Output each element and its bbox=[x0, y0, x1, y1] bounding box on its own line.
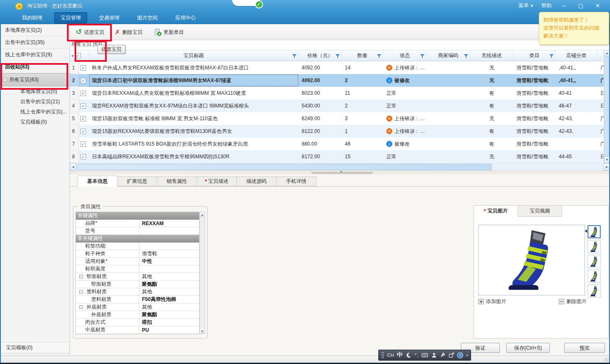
ime-punct-label[interactable]: °`, bbox=[414, 353, 419, 358]
row-checkbox[interactable]: ✓ bbox=[80, 141, 86, 147]
sidebar-item-item-template-sub[interactable]: 宝贝模板(0) bbox=[0, 117, 69, 127]
wrench-icon[interactable] bbox=[440, 352, 446, 358]
sidebar-item-on-sale[interactable]: 出售中的宝贝(35) bbox=[0, 36, 69, 49]
tab-description-source[interactable]: 描述源码 bbox=[237, 176, 277, 186]
keyboard-icon[interactable] bbox=[421, 352, 428, 358]
column-header-price[interactable]: 价格（元） bbox=[299, 50, 342, 61]
image-thumbnail[interactable] bbox=[588, 240, 601, 253]
ime-chinese-label[interactable]: 中 bbox=[397, 351, 403, 359]
main-image[interactable] bbox=[478, 225, 585, 295]
collapse-icon[interactable]: − bbox=[79, 305, 83, 309]
ime-lang-label[interactable]: CH bbox=[387, 353, 394, 358]
table-row[interactable]: 8✓日本高端品牌REXXAM双板滑雪鞋男女窄楦95MM四扣S130R8172.0… bbox=[70, 150, 604, 163]
attr-row[interactable]: 适用对象*中性 bbox=[76, 258, 199, 265]
resize-grip[interactable] bbox=[604, 358, 609, 362]
table-row[interactable]: 7✓滑雪单板鞋 LASTARTS 915 BOA新款打折清仓特价男女粉绿象牙白黑… bbox=[70, 138, 604, 150]
table-row[interactable]: 5✓现货15新款双板滑雪靴 标准楦 98MM 宽 男女M-110蓝色6249.0… bbox=[70, 112, 604, 125]
table-row[interactable]: 3✓现货日本REXXAM成人男女双板滑雪鞋标准楦98MM 宽 MAX110硬度6… bbox=[70, 87, 604, 99]
maximize-button[interactable]: ▢ bbox=[576, 3, 585, 9]
moon-icon[interactable] bbox=[406, 352, 412, 358]
chevron-down-icon[interactable]: ▾ bbox=[466, 353, 468, 357]
attr-value[interactable] bbox=[139, 227, 199, 234]
attributes-scrollbar[interactable]: ▲ ▼ bbox=[200, 212, 205, 334]
column-header-wireless-desc[interactable]: 无线描述 bbox=[470, 50, 513, 61]
attr-value[interactable]: 搭扣 bbox=[139, 319, 199, 326]
sidebar-item-on-sale-sub[interactable]: 出售中的宝贝(21) bbox=[0, 97, 69, 107]
table-row[interactable]: 2✓现货日本进口初中级双板滑雪靴标准楦98MM男女MAX-87绿蓝4092.00… bbox=[70, 74, 604, 87]
select-dropdown-icon[interactable]: ▾ bbox=[72, 54, 74, 58]
nav-tab-trade-management[interactable]: 交易管理 bbox=[93, 13, 125, 23]
attr-row[interactable]: 中底材质PU bbox=[76, 326, 199, 334]
row-checkbox[interactable]: ✓ bbox=[80, 91, 86, 96]
menu-button[interactable]: 菜单▼ bbox=[518, 2, 534, 9]
attr-row[interactable]: 货号 bbox=[76, 227, 199, 235]
scrollbar-thumb[interactable] bbox=[77, 164, 492, 170]
delete-item-button[interactable]: ✗ 删除宝贝 bbox=[112, 27, 145, 37]
column-header-category[interactable]: 类目 bbox=[513, 50, 556, 61]
attr-value[interactable]: 中性 bbox=[139, 258, 199, 265]
attr-value[interactable]: F50高弹性泡棉 bbox=[139, 296, 199, 303]
row-checkbox[interactable]: ✓ bbox=[80, 78, 86, 83]
help-icon[interactable]: ? bbox=[457, 352, 463, 358]
attr-row[interactable]: −帮面材质其他 bbox=[76, 273, 199, 281]
splitter-collapse-icon[interactable]: ▲ bbox=[340, 170, 343, 173]
scroll-left-icon[interactable]: ◄ bbox=[70, 163, 76, 171]
row-checkbox[interactable]: ✓ bbox=[80, 154, 86, 160]
row-checkbox[interactable]: ✓ bbox=[80, 116, 86, 121]
column-header-merchant-code[interactable]: 商家编码 bbox=[427, 50, 470, 61]
scroll-up-icon[interactable]: ▲ bbox=[200, 212, 205, 217]
column-header-shop-category[interactable]: 店铺分类 bbox=[556, 50, 597, 61]
attr-row[interactable]: −外底材质其他 bbox=[76, 303, 199, 311]
attr-row[interactable]: 闭合方式搭扣 bbox=[76, 319, 199, 326]
attr-row[interactable]: 帮面材质聚氨酯 bbox=[76, 281, 199, 288]
image-thumbnail[interactable] bbox=[588, 270, 601, 283]
row-checkbox[interactable]: ✓ bbox=[80, 65, 86, 71]
attr-row[interactable]: 品牌*REXXAM bbox=[76, 220, 199, 227]
nav-tab-item-management[interactable]: 宝贝管理 bbox=[54, 12, 87, 24]
sidebar-item-online-warehouse[interactable]: 线上仓库中的宝贝(9) bbox=[0, 49, 69, 61]
drag-handle-icon[interactable] bbox=[381, 352, 384, 358]
sidebar-item-item-template[interactable]: 宝贝模板(0) bbox=[0, 342, 69, 353]
ime-language-bar[interactable]: CH 中 °`, ? ▾ bbox=[378, 350, 471, 361]
filter-icon[interactable] bbox=[336, 54, 340, 58]
tab-item-video[interactable]: 宝贝视频 bbox=[518, 206, 562, 217]
tab-sale-attrs[interactable]: 销售属性 bbox=[157, 176, 197, 186]
column-header-status[interactable]: 状态 bbox=[383, 50, 427, 61]
tab-extended-info[interactable]: 扩展信息 bbox=[117, 176, 157, 186]
nav-tab-image-space[interactable]: 图片空间 bbox=[131, 13, 164, 23]
sidebar-item-online-warehouse-sub[interactable]: 线上仓库中的宝贝(... bbox=[0, 107, 69, 117]
sidebar-item-local-inventory[interactable]: 本地库存宝贝(2) bbox=[0, 24, 69, 36]
attr-row[interactable]: 里料材质F50高弹性泡棉 bbox=[76, 296, 199, 303]
remove-image-button[interactable]: －删除图片 bbox=[559, 298, 587, 305]
preview-button[interactable]: 预览 bbox=[564, 343, 605, 353]
row-checkbox[interactable]: ✓ bbox=[80, 129, 86, 134]
attr-row[interactable]: 鞋帮高度 bbox=[76, 265, 199, 273]
collapse-icon[interactable]: − bbox=[79, 275, 83, 279]
attr-row[interactable]: −里料材质其他 bbox=[76, 288, 199, 296]
close-button[interactable]: ✕ bbox=[593, 3, 602, 9]
help-button[interactable]: 帮助 bbox=[541, 2, 552, 9]
attr-value[interactable]: 聚氨酯 bbox=[139, 281, 199, 288]
table-row[interactable]: 4✓现货REXXAM滑雪鞋双板男女XX-97M绿白日本进口 98MM宽标准楦头5… bbox=[70, 99, 604, 112]
attr-row[interactable]: 鞋子种类滑雪鞋 bbox=[76, 250, 199, 258]
attr-value[interactable]: 滑雪鞋 bbox=[139, 250, 199, 257]
attr-row[interactable]: 外底材质聚氨酯 bbox=[76, 311, 199, 319]
update-category-button[interactable]: 更新类目 bbox=[152, 27, 186, 37]
tab-basic-info[interactable]: 基本信息 bbox=[78, 176, 117, 187]
column-header-qty[interactable]: 数量 bbox=[342, 50, 383, 61]
filter-icon[interactable] bbox=[464, 54, 468, 58]
attr-row[interactable]: 鞋垫功能 bbox=[76, 243, 199, 250]
filter-icon[interactable] bbox=[377, 54, 381, 58]
export-icon[interactable] bbox=[449, 352, 455, 358]
attr-value[interactable]: PU bbox=[139, 326, 199, 334]
attr-value[interactable]: 聚氨酯 bbox=[139, 311, 199, 318]
filter-icon[interactable] bbox=[292, 54, 297, 58]
table-row[interactable]: 6✓现货15新款REXXAM比赛级双板滑雪鞋滑雪鞋M130R蓝色男女8122.0… bbox=[70, 125, 604, 138]
filter-icon[interactable] bbox=[549, 54, 554, 58]
nav-tab-my-assistant[interactable]: 我的助理 bbox=[16, 13, 48, 23]
tab-mobile-detail[interactable]: 手机详情 bbox=[277, 176, 316, 186]
collapse-icon[interactable]: − bbox=[79, 290, 83, 294]
table-row[interactable]: 1✓秋冬户外成人男女REXXAM双板滑雪鞋双板滑雪鞋MAX-87白日本进口409… bbox=[70, 61, 604, 74]
user-icon[interactable] bbox=[431, 352, 437, 358]
nav-tab-app-center[interactable]: 应用中心 bbox=[169, 13, 202, 23]
